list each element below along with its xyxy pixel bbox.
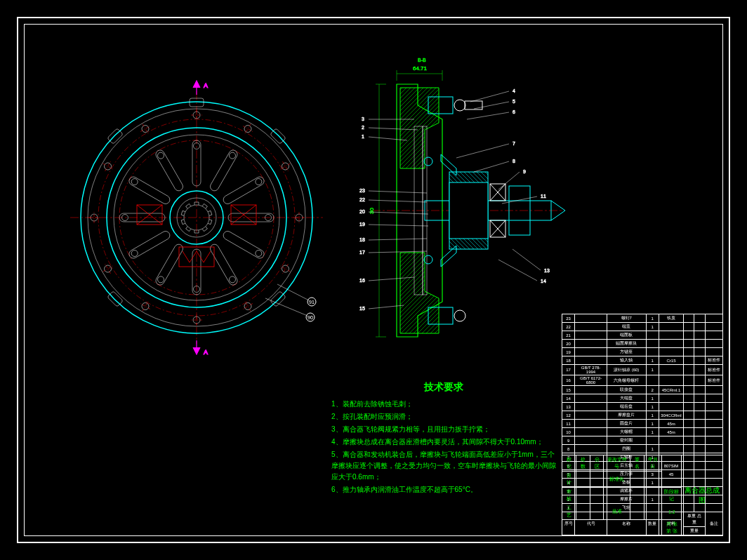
- parts-row: 19方键座: [562, 348, 723, 356]
- svg-text:5: 5: [513, 99, 515, 104]
- svg-rect-39: [449, 182, 488, 239]
- svg-text:18: 18: [359, 237, 365, 242]
- parts-row: 22端盖1: [562, 323, 723, 331]
- svg-text:3: 3: [362, 116, 364, 121]
- svg-text:20: 20: [359, 209, 365, 214]
- svg-line-91: [369, 200, 427, 202]
- title-block: 标记 处数 分区 更改文件号 签名 年月日 离合器总成图 设计 标准化 审核 阶…: [562, 455, 723, 536]
- svg-text:17: 17: [359, 250, 365, 255]
- svg-text:23: 23: [359, 188, 365, 193]
- parts-row: 9密封圈: [562, 436, 723, 445]
- svg-line-93: [369, 212, 428, 214]
- svg-point-50: [454, 100, 465, 111]
- svg-text:64.71: 64.71: [413, 65, 428, 72]
- parts-row: 10大螺帽145m: [562, 428, 723, 436]
- svg-text:13: 13: [544, 268, 550, 273]
- svg-text:6: 6: [513, 109, 515, 114]
- svg-line-67: [474, 102, 509, 109]
- parts-row: 23螺钉71铁质: [562, 314, 723, 323]
- tech-req-item: 2、按孔装配时应预润滑；: [331, 411, 556, 422]
- svg-line-73: [474, 161, 509, 172]
- front-view: A A 90 91: [70, 81, 323, 356]
- svg-line-95: [369, 225, 428, 226]
- parts-row: 18输入轴1Cr15标准件: [562, 356, 723, 365]
- svg-line-79: [513, 249, 541, 270]
- svg-text:8: 8: [513, 159, 515, 164]
- parts-row: 8挡圈1: [562, 445, 723, 453]
- svg-text:90: 90: [308, 315, 313, 320]
- svg-text:2: 2: [362, 125, 364, 130]
- svg-line-69: [467, 112, 509, 119]
- svg-line-103: [369, 305, 404, 309]
- svg-text:A: A: [204, 82, 208, 89]
- svg-point-55: [424, 255, 432, 264]
- tech-req-item: 3、离合器飞轮阀规紧力相等，且用扭力扳手拧紧；: [331, 424, 556, 435]
- svg-text:16: 16: [359, 278, 365, 283]
- svg-line-81: [498, 260, 537, 281]
- svg-point-54: [424, 157, 432, 166]
- svg-line-71: [456, 144, 509, 158]
- svg-line-97: [369, 239, 427, 240]
- parts-row: 15联接盘245CRml.1: [562, 386, 723, 394]
- svg-text:4: 4: [513, 88, 515, 93]
- svg-point-53: [454, 310, 465, 321]
- svg-line-31: [277, 284, 309, 300]
- svg-text:7: 7: [513, 141, 515, 146]
- technical-requirements: 技术要求 1、装配前去除锈蚀毛刺； 2、按孔装配时应预润滑； 3、离合器飞轮阀规…: [331, 379, 556, 497]
- svg-text:1: 1: [362, 134, 364, 139]
- tech-req-item: 6、推力轴承内润滑油工作温度不超高于65°C。: [331, 484, 556, 495]
- tech-req-item: 5、离合器和发动机装合后，摩擦块与飞轮端面高低差应小于1mm，三个摩擦块应逐个调…: [331, 449, 556, 483]
- svg-line-77: [502, 196, 537, 204]
- parts-row: 20贴面摩擦块: [562, 340, 723, 348]
- tech-req-item: 1、装配前去除锈蚀毛刺；: [331, 399, 556, 410]
- svg-text:15: 15: [359, 306, 365, 311]
- drawing-title: 离合器总成图: [682, 455, 723, 536]
- parts-row: 13端齿盘1: [562, 403, 723, 411]
- tech-req-item: 4、摩擦块总成在离合器座滑槽内要灵活，其间隙不得大于0.10mm；: [331, 436, 556, 448]
- svg-text:91: 91: [309, 300, 315, 305]
- parts-row: 21端面板: [562, 331, 723, 340]
- section-view: 64.71 B-B 30 4 5 6 7 8 9 11 13 14 3 2 1 …: [359, 58, 565, 337]
- svg-line-89: [369, 191, 427, 193]
- svg-text:A: A: [204, 349, 208, 356]
- svg-text:14: 14: [541, 279, 546, 284]
- parts-row: 14大端盘1: [562, 394, 723, 403]
- parts-row: 16GB/T 6172-6800六角螺母螺杆标准件: [562, 375, 723, 386]
- parts-row: 11圆盘片145m: [562, 420, 723, 428]
- svg-text:19: 19: [359, 222, 365, 227]
- tech-req-title: 技术要求: [331, 379, 556, 394]
- svg-rect-51: [465, 101, 482, 109]
- parts-row: 17GB/T 278-1994滚针轴承 (60)1标准件: [562, 365, 723, 375]
- svg-text:B-B: B-B: [418, 58, 426, 62]
- parts-row: 12摩擦盘片1304CCRml: [562, 411, 723, 420]
- svg-text:22: 22: [359, 197, 365, 202]
- svg-text:11: 11: [541, 194, 546, 199]
- svg-text:9: 9: [523, 169, 526, 174]
- svg-line-65: [470, 91, 509, 102]
- svg-text:30: 30: [369, 208, 375, 214]
- svg-line-28: [265, 298, 308, 316]
